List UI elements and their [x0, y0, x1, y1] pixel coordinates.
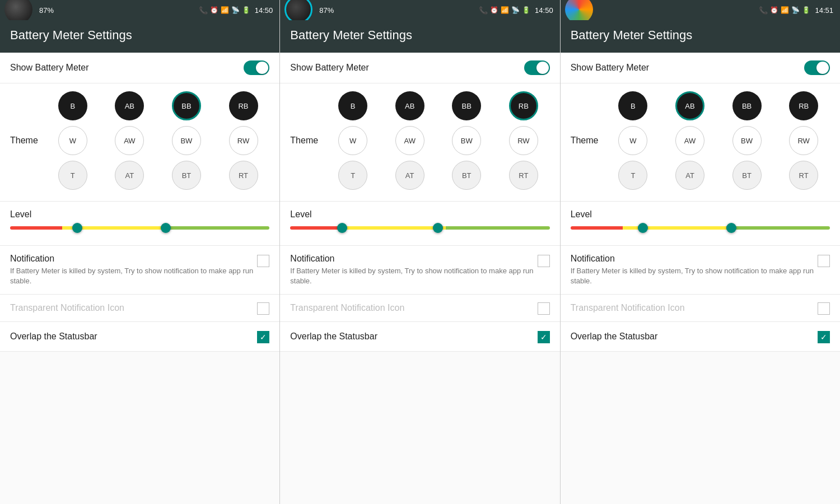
theme-circle-b[interactable]: B: [58, 91, 87, 120]
show-battery-meter-toggle[interactable]: [804, 60, 830, 75]
theme-section: Theme BABBBRB WAWBWRW TATBTRT: [561, 83, 840, 202]
show-battery-meter-row: Show Battery Meter: [0, 53, 279, 83]
theme-circle-rt[interactable]: RT: [229, 161, 258, 190]
notification-checkbox[interactable]: [257, 255, 269, 267]
show-battery-meter-row: Show Battery Meter: [280, 53, 559, 83]
level-slider-track[interactable]: [10, 226, 269, 230]
status-icons: 📞 ⏰ 📶 📡 🔋 14:50: [479, 6, 553, 15]
level-slider-track[interactable]: [290, 226, 549, 230]
theme-circle-rw[interactable]: RW: [789, 126, 818, 155]
app-title: Battery Meter Settings: [290, 28, 549, 43]
show-battery-meter-toggle[interactable]: [524, 60, 550, 75]
level-slider-thumb-2[interactable]: [726, 223, 736, 233]
signal-icon: 📡: [791, 6, 800, 14]
theme-circle-ab[interactable]: AB: [395, 91, 424, 120]
notification-desc: If Battery Meter is killed by system, Tr…: [571, 266, 818, 286]
theme-circle-aw[interactable]: AW: [675, 126, 704, 155]
level-slider-thumb-1[interactable]: [337, 223, 347, 233]
phone-panel-panel-1: 87% 📞 ⏰ 📶 📡 🔋 14:50 Battery Meter Settin…: [0, 0, 280, 504]
theme-circle-rw[interactable]: RW: [509, 126, 538, 155]
app-header: Battery Meter Settings: [280, 20, 559, 53]
show-battery-meter-label: Show Battery Meter: [290, 63, 369, 73]
theme-circle-rb[interactable]: RB: [509, 91, 538, 120]
status-time: 14:50: [255, 6, 273, 15]
black-theme-row: BABBBRB: [326, 91, 549, 120]
theme-section: Theme BABBBRB WAWBWRW TATBTRT: [0, 83, 279, 202]
theme-circle-t[interactable]: T: [618, 161, 647, 190]
alarm-icon: ⏰: [210, 6, 218, 14]
overlap-statusbar-label: Overlap the Statusbar: [10, 332, 97, 342]
transparent-notif-row: Transparent Notification Icon: [561, 295, 840, 322]
overlap-statusbar-checkbox[interactable]: ✓: [257, 331, 269, 343]
transparent-notif-checkbox[interactable]: [818, 302, 830, 315]
overlap-statusbar-checkbox[interactable]: ✓: [818, 331, 830, 343]
overlap-statusbar-row: Overlap the Statusbar ✓: [280, 322, 559, 352]
overlap-statusbar-checkbox[interactable]: ✓: [538, 331, 550, 343]
theme-circle-w[interactable]: W: [58, 126, 87, 155]
app-title: Battery Meter Settings: [10, 28, 269, 43]
theme-circle-w[interactable]: W: [618, 126, 647, 155]
notification-title: Notification: [571, 254, 818, 264]
notification-checkbox[interactable]: [538, 255, 550, 267]
theme-circle-at[interactable]: AT: [675, 161, 704, 190]
level-slider-thumb-1[interactable]: [72, 223, 82, 233]
theme-circles: BABBBRB WAWBWRW TATBTRT: [607, 91, 830, 190]
transparent-notif-checkbox[interactable]: [257, 302, 269, 315]
theme-circle-rb[interactable]: RB: [789, 91, 818, 120]
show-battery-meter-row: Show Battery Meter: [561, 53, 840, 83]
theme-circle-bw[interactable]: BW: [172, 126, 201, 155]
level-label: Level: [571, 209, 830, 220]
level-slider-thumb-1[interactable]: [638, 223, 648, 233]
notification-row: Notification If Battery Meter is killed …: [290, 254, 549, 286]
settings-content: Show Battery Meter Theme BABBBRB WAWBWRW: [0, 53, 279, 504]
theme-circle-rw[interactable]: RW: [229, 126, 258, 155]
app-title: Battery Meter Settings: [571, 28, 830, 43]
status-time: 14:51: [815, 6, 833, 15]
transparent-theme-row: TATBTRT: [326, 161, 549, 190]
theme-circle-rt[interactable]: RT: [789, 161, 818, 190]
theme-label: Theme: [10, 136, 46, 146]
overlap-statusbar-row: Overlap the Statusbar ✓: [0, 322, 279, 352]
transparent-theme-row: TATBTRT: [607, 161, 830, 190]
theme-circle-bw[interactable]: BW: [452, 126, 481, 155]
battery-percent: 87%: [319, 6, 334, 15]
theme-circle-bt[interactable]: BT: [452, 161, 481, 190]
theme-circle-rb[interactable]: RB: [229, 91, 258, 120]
theme-circle-at[interactable]: AT: [395, 161, 424, 190]
theme-circle-ab[interactable]: AB: [115, 91, 144, 120]
theme-circle-b[interactable]: B: [338, 91, 367, 120]
theme-circle-t[interactable]: T: [338, 161, 367, 190]
show-battery-meter-toggle[interactable]: [244, 60, 269, 75]
notification-section: Notification If Battery Meter is killed …: [280, 246, 559, 295]
notification-desc: If Battery Meter is killed by system, Tr…: [10, 266, 257, 286]
level-slider-track[interactable]: [571, 226, 830, 230]
theme-circle-bb[interactable]: BB: [452, 91, 481, 120]
theme-row: Theme BABBBRB WAWBWRW TATBTRT: [10, 91, 269, 190]
theme-circle-bb[interactable]: BB: [172, 91, 201, 120]
level-section: Level: [280, 202, 559, 246]
theme-circle-aw[interactable]: AW: [115, 126, 144, 155]
theme-circle-bb[interactable]: BB: [732, 91, 762, 120]
notification-text-block: Notification If Battery Meter is killed …: [290, 254, 537, 286]
theme-circle-at[interactable]: AT: [115, 161, 144, 190]
theme-circle-aw[interactable]: AW: [395, 126, 424, 155]
wifi-icon: 📶: [781, 6, 789, 14]
status-bar: 87% 📞 ⏰ 📶 📡 🔋 14:50: [280, 0, 559, 20]
signal-icon: 📡: [511, 6, 520, 14]
theme-circle-bt[interactable]: BT: [732, 161, 762, 190]
theme-circle-w[interactable]: W: [338, 126, 367, 155]
avatar: [284, 0, 312, 20]
level-slider-thumb-2[interactable]: [433, 223, 443, 233]
theme-circle-bw[interactable]: BW: [732, 126, 762, 155]
phone-icon: 📞: [199, 6, 208, 15]
theme-circle-rt[interactable]: RT: [509, 161, 538, 190]
black-theme-row: BABBBRB: [607, 91, 830, 120]
theme-circle-b[interactable]: B: [618, 91, 647, 120]
theme-circle-t[interactable]: T: [58, 161, 87, 190]
transparent-notif-checkbox[interactable]: [538, 302, 550, 315]
level-slider-thumb-2[interactable]: [161, 223, 171, 233]
theme-circle-bt[interactable]: BT: [172, 161, 201, 190]
transparent-theme-row: TATBTRT: [46, 161, 269, 190]
notification-checkbox[interactable]: [818, 255, 830, 267]
theme-circle-ab[interactable]: AB: [675, 91, 704, 120]
